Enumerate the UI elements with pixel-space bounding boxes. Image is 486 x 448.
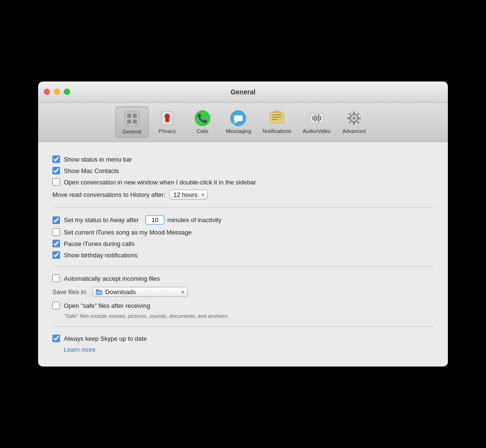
pause-itunes-label: Pause iTunes during calls [64,240,134,247]
show-contacts-checkbox[interactable] [52,167,60,174]
set-away-label-post: minutes of inactivity [167,216,221,224]
svg-text:📞: 📞 [197,113,208,123]
main-window: General General [38,81,448,367]
inactivity-input[interactable] [145,215,164,224]
section-files: Automatically accept incoming files Save… [52,275,434,319]
svg-rect-0 [124,111,140,126]
set-away-row: Set my status to Away after minutes of i… [52,215,434,224]
tab-calls-label: Calls [197,128,208,134]
svg-point-6 [165,114,170,119]
open-conversation-checkbox[interactable] [52,178,60,186]
show-status-row: Show status in menu bar [52,155,434,163]
svg-rect-1 [127,114,131,118]
advanced-icon [345,109,363,127]
move-read-row: Move read conversations to History after… [52,190,434,200]
svg-rect-2 [133,114,137,118]
tab-privacy[interactable]: Privacy [151,106,184,138]
show-contacts-label: Show Mac Contacts [64,167,119,174]
show-contacts-row: Show Mac Contacts [52,167,434,174]
auto-accept-row: Automatically accept incoming files [52,275,434,282]
calls-icon: 📞 [193,109,212,127]
svg-rect-27 [353,122,355,125]
open-safe-row: Open "safe" files after receiving [52,302,434,309]
auto-accept-checkbox[interactable] [52,275,60,282]
titlebar: General [38,81,448,102]
tab-audiovideo[interactable]: Audio/Video [298,106,335,138]
window-title: General [231,88,255,96]
maximize-button[interactable] [64,89,70,95]
audiovideo-icon [308,109,326,127]
birthday-label: Show birthday notifications [64,252,138,259]
svg-rect-33 [357,121,360,124]
keep-updated-checkbox[interactable] [52,335,60,342]
pause-itunes-checkbox[interactable] [52,240,60,247]
tab-notifications-label: Notifications [263,128,291,134]
itunes-mood-checkbox[interactable] [52,228,60,236]
svg-rect-11 [234,115,243,121]
birthday-row: Show birthday notifications [52,251,434,259]
tab-advanced[interactable]: Advanced [337,106,371,138]
svg-rect-26 [353,112,355,114]
svg-rect-30 [348,112,351,115]
separator-2 [52,266,434,267]
keep-updated-label: Always keep Skype up to date [64,335,147,342]
itunes-mood-row: Set current iTunes song as my Mood Messa… [52,228,434,236]
separator-1 [52,207,434,208]
tab-audiovideo-label: Audio/Video [303,128,331,134]
svg-rect-16 [272,117,282,118]
move-read-label: Move read conversations to History after… [52,191,165,198]
open-conversation-row: Open conversation in new window when I d… [52,178,434,186]
set-away-checkbox[interactable] [52,216,60,224]
svg-rect-32 [348,121,351,124]
birthday-checkbox[interactable] [52,251,60,259]
minimize-button[interactable] [54,89,60,95]
svg-point-25 [353,117,355,120]
tab-advanced-label: Advanced [343,128,366,134]
svg-rect-15 [272,114,282,115]
separator-3 [52,326,434,327]
keep-updated-row: Always keep Skype up to date [52,335,434,342]
notifications-icon [268,109,286,127]
show-status-checkbox[interactable] [52,155,60,163]
svg-rect-17 [272,119,278,120]
svg-rect-3 [127,120,131,123]
safe-files-note: "Safe" files include movies, pictures, s… [64,313,434,319]
open-safe-checkbox[interactable] [52,302,60,309]
pause-itunes-row: Pause iTunes during calls [52,240,434,247]
messaging-icon [229,109,247,127]
svg-rect-7 [165,118,169,122]
tab-notifications[interactable]: Notifications [258,106,296,138]
content-area: Show status in menu bar Show Mac Contact… [38,142,448,367]
downloads-dropdown-wrapper: Downloads Desktop Documents Other... [92,287,188,297]
learn-more-link[interactable]: Learn more [64,346,434,353]
save-files-label: Save files in: [52,288,88,295]
show-status-label: Show status in menu bar [64,156,132,163]
tab-general-label: General [122,129,141,134]
tab-privacy-label: Privacy [159,128,176,134]
svg-rect-31 [357,112,360,115]
general-icon [123,110,141,128]
save-files-row: Save files in: Downloads Desktop Documen… [52,287,434,297]
tab-calls[interactable]: 📞 Calls [186,106,219,138]
svg-rect-4 [133,120,137,123]
auto-accept-label: Automatically accept incoming files [64,275,160,282]
tab-messaging-label: Messaging [226,128,251,134]
section-updates: Always keep Skype up to date Learn more [52,335,434,353]
close-button[interactable] [44,89,50,95]
svg-rect-28 [347,117,350,119]
tab-messaging[interactable]: Messaging [221,106,256,138]
tab-general[interactable]: General [115,106,149,138]
svg-rect-29 [358,117,361,119]
traffic-lights [44,89,70,95]
svg-marker-14 [271,111,283,112]
toolbar: General Privacy 📞 Calls [38,102,448,142]
history-dropdown[interactable]: 12 hours 1 hour 6 hours 1 day 1 week [169,190,208,200]
section-status-options: Set my status to Away after minutes of i… [52,215,434,259]
downloads-dropdown[interactable]: Downloads Desktop Documents Other... [92,287,188,297]
open-safe-label: Open "safe" files after receiving [64,302,150,309]
section-general-options: Show status in menu bar Show Mac Contact… [52,155,434,200]
set-away-label-pre: Set my status to Away after [64,216,139,224]
history-dropdown-wrapper: 12 hours 1 hour 6 hours 1 day 1 week [169,190,208,200]
itunes-mood-label: Set current iTunes song as my Mood Messa… [64,229,192,236]
open-conversation-label: Open conversation in new window when I d… [64,179,256,186]
